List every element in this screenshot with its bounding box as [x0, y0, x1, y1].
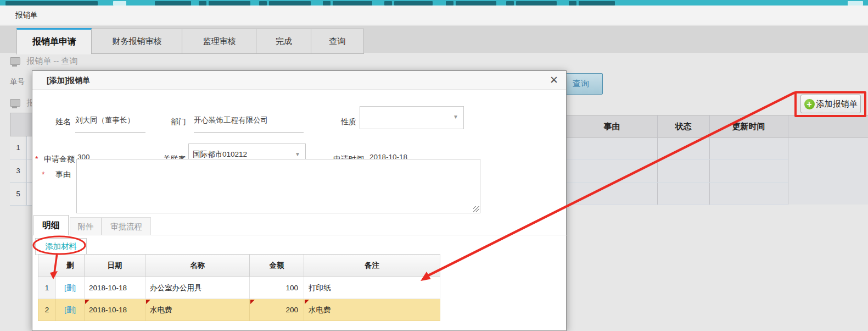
modal-title: [添加]报销单 [32, 71, 566, 90]
chevron-down-icon: ▼ [453, 114, 458, 120]
menu-icon-clipped [199, 1, 206, 5]
tab-query[interactable]: 查询 [311, 29, 364, 54]
detail-table: 删 日期 名称 金额 备注 1 [删] 2018-10-18 办公室办公用具 1… [38, 254, 440, 321]
menu-item-clipped[interactable] [456, 1, 496, 5]
modal-tab-approval-flow[interactable]: 审批流程 [102, 217, 151, 235]
dept-field: 开心装饰工程有限公司 [194, 112, 304, 133]
amount-cell-modified[interactable]: 200 [250, 299, 304, 321]
divider [32, 235, 567, 235]
customer-value: 国际都市010212 [193, 150, 247, 159]
name-cell[interactable]: 办公室办公用具 [145, 277, 250, 299]
divider [567, 159, 788, 160]
col-amount: 金额 [250, 255, 304, 277]
app-window: 报销单 报销单申请 财务报销审核 监理审核 完成 查询 报销单 -- 查询 单号… [0, 0, 868, 331]
bg-row-number: 5 [10, 183, 27, 206]
section-title-list: 报销单 [10, 98, 34, 108]
note-cell[interactable]: 打印纸 [304, 277, 440, 299]
row-number: 1 [38, 277, 56, 299]
menu-item-clipped[interactable] [516, 1, 557, 5]
bg-row-number: 3 [10, 159, 27, 183]
tab-supervisor-audit[interactable]: 监理审核 [182, 29, 257, 54]
menubar-right-control-clipped[interactable] [848, 1, 863, 5]
delete-link[interactable]: [删] [56, 277, 85, 299]
add-material-link[interactable]: 添加材料 [35, 238, 87, 255]
menu-icon-clipped [323, 1, 331, 5]
note-cell-modified[interactable]: 水电费 [304, 299, 440, 321]
modal-tab-detail[interactable]: 明细 [33, 215, 69, 235]
annotation-red-box [794, 91, 866, 117]
nature-select[interactable]: ▼ [360, 106, 464, 129]
menu-item-clipped[interactable] [394, 1, 433, 5]
monitor-icon [10, 57, 20, 65]
top-menubar-clipped [0, 0, 868, 5]
menu-item-clipped[interactable] [155, 1, 191, 5]
bg-col-status: 状态 [657, 115, 709, 137]
delete-link[interactable]: [删] [56, 299, 85, 321]
divider [567, 182, 788, 183]
tab-finance-audit[interactable]: 财务报销审核 [91, 29, 183, 54]
divider [788, 115, 788, 205]
order-no-label: 单号 [10, 77, 25, 87]
breadcrumb: 报销单 [15, 5, 38, 25]
col-note: 备注 [304, 255, 440, 277]
required-mark: * [42, 170, 44, 179]
resize-handle[interactable] [473, 206, 479, 212]
monitor-icon [10, 99, 20, 107]
modal-tab-attachment[interactable]: 附件 [70, 217, 102, 235]
detail-header-row: 删 日期 名称 金额 备注 [38, 255, 440, 277]
bg-col-reason: 事由 [567, 115, 657, 137]
add-reimburse-modal: [添加]报销单 ✕ 姓名 刘大同（董事长） 部门 开心装饰工程有限公司 性质 ▼… [32, 70, 567, 331]
date-cell-modified[interactable]: 2018-10-18 [85, 299, 145, 321]
tab-reimburse-apply[interactable]: 报销单申请 [16, 28, 92, 54]
reason-textarea[interactable] [76, 159, 480, 213]
chevron-down-icon: ▼ [295, 151, 300, 157]
menu-icon-clipped [569, 1, 576, 5]
close-icon[interactable]: ✕ [550, 74, 558, 87]
menu-item-clipped[interactable] [579, 1, 615, 5]
table-row-highlighted: 2 [删] 2018-10-18 水电费 200 水电费 [38, 299, 440, 321]
bg-row-number: 1 [10, 136, 27, 159]
name-field: 刘大同（董事长） [75, 112, 145, 133]
menu-icon-clipped [259, 1, 267, 5]
hamburger-icon-clipped[interactable] [113, 1, 126, 5]
col-delete: 删 [56, 255, 85, 277]
dept-label: 部门 [153, 117, 186, 127]
amount-cell[interactable]: 100 [250, 277, 304, 299]
section-title-query: 报销单 -- 查询 [10, 56, 78, 67]
bg-table-header: 事由 状态 更新时间 [567, 115, 868, 137]
name-label: 姓名 [38, 117, 71, 127]
col-rownum [38, 255, 56, 277]
reason-label: 事由 [47, 170, 71, 180]
row-number: 2 [38, 299, 56, 321]
menu-item-clipped[interactable] [269, 1, 311, 5]
menu-icon-clipped [384, 1, 392, 5]
main-tabstrip: 报销单申请 财务报销审核 监理审核 完成 查询 [0, 26, 868, 53]
name-cell-modified[interactable]: 水电费 [145, 299, 250, 321]
menu-item-clipped[interactable] [333, 1, 372, 5]
bg-col-updated: 更新时间 [709, 115, 788, 137]
app-logo-clipped [5, 1, 98, 5]
menu-icon-clipped [446, 1, 453, 5]
breadcrumb-bar: 报销单 [0, 5, 868, 25]
required-mark: * [35, 155, 38, 163]
table-row: 1 [删] 2018-10-18 办公室办公用具 100 打印纸 [38, 277, 440, 299]
date-cell[interactable]: 2018-10-18 [85, 277, 145, 299]
menu-icon-clipped [506, 1, 514, 5]
divider [567, 205, 788, 205]
menu-item-clipped[interactable] [209, 1, 250, 5]
col-name: 名称 [145, 255, 250, 277]
bg-table-body [567, 137, 868, 205]
nature-label: 性质 [323, 117, 356, 127]
col-date: 日期 [85, 255, 145, 277]
bg-table-left-header [10, 113, 33, 136]
amount-label: 申请金额 [39, 155, 75, 164]
tab-complete[interactable]: 完成 [256, 29, 312, 54]
